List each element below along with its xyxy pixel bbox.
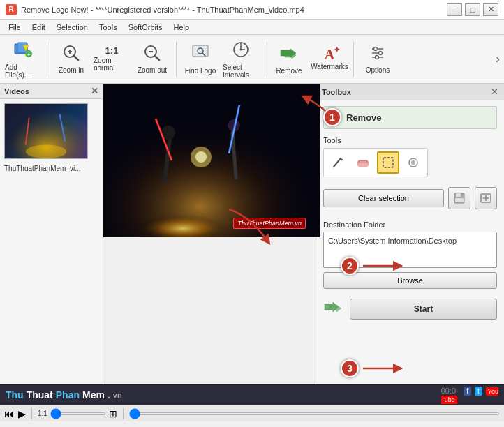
video-thumbnail[interactable]	[4, 103, 88, 159]
timeline-slider[interactable]	[129, 412, 500, 415]
video-label: ThuThuatPhanMem_vi...	[0, 163, 103, 174]
svg-point-43	[195, 151, 207, 163]
zoom-in-button[interactable]: Zoom in	[52, 39, 90, 80]
svg-point-63	[415, 165, 417, 166]
select-icon	[381, 156, 395, 170]
find-logo-button[interactable]: Find Logo	[181, 39, 219, 80]
zoom-in-icon	[62, 44, 80, 65]
start-button[interactable]: Start	[350, 299, 497, 320]
options-button[interactable]: Options	[359, 39, 396, 80]
tools-section-label: Tools	[323, 136, 497, 144]
toolbar-expand-button[interactable]: ›	[496, 52, 500, 66]
annotation-2-number: 2	[341, 257, 359, 275]
eraser-icon	[356, 156, 370, 170]
annotation-2: 2	[341, 257, 403, 275]
toolbox-close-button[interactable]: ✕	[491, 87, 498, 97]
menu-bar: File Edit Selection Tools SoftOrbits Hel…	[0, 20, 504, 35]
svg-point-30	[26, 145, 67, 159]
zoom-normal-icon: 1:1	[105, 46, 119, 55]
save-selection-button[interactable]	[448, 187, 470, 209]
svg-marker-53	[341, 158, 343, 161]
video-thumb-inner	[5, 104, 87, 158]
watermarks-button[interactable]: A ✦ Watermarks	[311, 39, 348, 80]
maximize-button[interactable]: □	[465, 3, 480, 16]
toolbar-sep-1	[47, 42, 47, 77]
main-area: Videos ✕	[0, 84, 504, 384]
start-row: Start	[323, 299, 497, 320]
videos-panel-header: Videos ✕	[0, 84, 103, 99]
svg-rect-56	[358, 163, 368, 167]
magic-tool-button[interactable]	[402, 151, 424, 174]
svg-point-26	[376, 56, 379, 59]
close-button[interactable]: ✕	[483, 3, 498, 16]
add-files-icon: +	[13, 40, 33, 62]
timecode-value: 00:0	[441, 387, 456, 395]
window-controls: − □ ✕	[447, 3, 498, 16]
menu-softorbits[interactable]: SoftOrbits	[123, 22, 168, 33]
find-logo-icon	[191, 43, 210, 66]
zoom-level-label: 1:1	[38, 410, 47, 417]
menu-selection[interactable]: Selection	[51, 22, 94, 33]
logo-phan: Phan	[56, 389, 80, 400]
remove-button[interactable]: Remove	[270, 39, 308, 80]
videos-panel-title: Videos	[4, 87, 29, 96]
pencil-tool-button[interactable]	[327, 151, 349, 174]
video-watermark-arrow	[222, 202, 278, 253]
brand-logo: ThuThuatPhanMem.vn	[6, 389, 122, 400]
twitter-icon[interactable]: t	[475, 387, 482, 396]
menu-tools[interactable]: Tools	[94, 22, 123, 33]
logo-mem: Mem	[82, 389, 105, 400]
zoom-fit-button[interactable]: ⊞	[109, 408, 117, 419]
annotation-3: 3	[341, 359, 403, 377]
eraser-tool-button[interactable]	[352, 151, 374, 174]
svg-point-24	[374, 47, 378, 51]
annotation-1-number: 1	[323, 108, 341, 126]
menu-help[interactable]: Help	[168, 22, 195, 33]
zoom-out-button[interactable]: Zoom out	[133, 39, 171, 80]
watermark-arrow-svg	[222, 202, 278, 251]
menu-file[interactable]: File	[3, 22, 27, 33]
find-logo-label: Find Logo	[185, 67, 216, 75]
toolbar-sep-4	[353, 42, 354, 77]
title-bar: R Remove Logo Now! - ****Unregistered ve…	[0, 0, 504, 20]
menu-edit[interactable]: Edit	[27, 22, 51, 33]
minimize-button[interactable]: −	[447, 3, 462, 16]
remove-label: Remove	[276, 67, 302, 75]
add-files-label: Add File(s)...	[5, 63, 41, 79]
toolbar-sep-3	[265, 42, 265, 77]
status-bar: ThuThuatPhanMem.vn 00:0 f t YouTube	[0, 384, 504, 405]
annotation-2-arrow	[362, 257, 403, 275]
load-icon	[480, 192, 492, 204]
bottom-sep-2	[123, 408, 124, 419]
svg-point-62	[410, 165, 411, 166]
select-intervals-button[interactable]: Select Intervals	[222, 39, 260, 80]
save-icon	[453, 192, 466, 204]
prev-frame-button[interactable]: ⏮	[4, 408, 14, 419]
watermarks-label: Watermarks	[311, 63, 348, 70]
app-icon: R	[6, 4, 17, 15]
clear-selection-button[interactable]: Clear selection	[323, 189, 444, 207]
zoom-normal-label: Zoom normal	[94, 57, 130, 72]
annotation-1: 1	[285, 84, 348, 128]
status-timecode: 00:0 f t YouTube	[441, 387, 498, 403]
svg-text:+: +	[27, 52, 31, 58]
zoom-slider[interactable]	[50, 412, 106, 415]
content-area: ThuThuatPhanMem.vn 1 2	[103, 84, 316, 384]
annotation-3-number: 3	[341, 359, 359, 377]
toolbox-panel: Toolbox ✕ Remove Tools	[316, 84, 504, 384]
toolbar: + Add File(s)... Zoom in 1:1 Zoom normal	[0, 35, 504, 84]
videos-panel-close[interactable]: ✕	[91, 86, 98, 96]
bottom-sep-1	[31, 408, 32, 419]
zoom-out-icon	[143, 44, 161, 65]
zoom-normal-button[interactable]: 1:1 Zoom normal	[93, 39, 131, 80]
watermarks-icon: A ✦	[325, 47, 334, 61]
toolbox-body: Remove Tools	[316, 100, 504, 384]
action-row: Clear selection	[323, 187, 497, 209]
play-button[interactable]: ▶	[18, 408, 26, 419]
pencil-icon	[331, 156, 345, 170]
select-tool-button[interactable]	[377, 151, 399, 174]
load-selection-button[interactable]	[475, 187, 497, 209]
destination-folder-label: Destination Folder	[323, 220, 497, 229]
facebook-icon[interactable]: f	[464, 387, 471, 396]
add-files-button[interactable]: + Add File(s)...	[4, 39, 42, 80]
